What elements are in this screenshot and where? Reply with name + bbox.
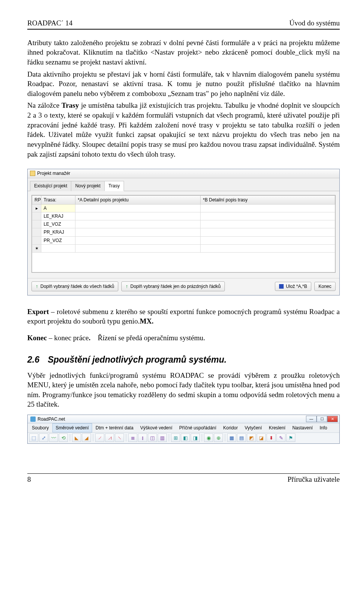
paragraph-1: Atributy takto založeného projektu se zo… bbox=[27, 38, 340, 67]
menu-pricne[interactable]: Příčné uspořádání bbox=[176, 423, 220, 432]
toolbar-separator bbox=[93, 434, 93, 442]
menu-vytyceni[interactable]: Vytyčení bbox=[241, 423, 265, 432]
toolbar-btn-17[interactable]: ◉ bbox=[204, 434, 213, 442]
col-trasa[interactable]: Trasa: bbox=[41, 195, 75, 204]
table-row[interactable]: LE_KRAJ bbox=[32, 212, 335, 220]
close-window-button[interactable]: ✕ bbox=[327, 416, 338, 422]
pm-tabstrip: Existující projekt Nový projekt Trasy bbox=[28, 178, 339, 191]
paragraph-3: Na záložce Trasy je umístěna tabulka již… bbox=[27, 101, 340, 159]
paragraph-2: Data aktivního projektu se přestaví jak … bbox=[27, 69, 340, 99]
toolbar-btn-21[interactable]: ◩ bbox=[247, 434, 256, 442]
header-rule bbox=[27, 29, 340, 30]
roadpac-menubar: Soubory Směrové vedení Dtm + terénní dat… bbox=[28, 423, 339, 433]
footer-label: Příručka uživatele bbox=[287, 475, 340, 484]
pm-button-bar: ↑ Doplň vybraný řádek do všech řádků ↑ D… bbox=[28, 278, 339, 295]
table-row[interactable]: LE_VOZ bbox=[32, 220, 335, 228]
tab-existing-project[interactable]: Existující projekt bbox=[30, 181, 71, 191]
toolbar-separator bbox=[126, 434, 126, 442]
toolbar-btn-9[interactable]: ⟍ bbox=[115, 434, 124, 442]
menu-soubory[interactable]: Soubory bbox=[28, 423, 52, 432]
maximize-button[interactable]: ☐ bbox=[317, 416, 327, 422]
table-row[interactable]: PR_VOZ bbox=[32, 236, 335, 244]
close-button[interactable]: Konec bbox=[314, 282, 336, 291]
toolbar-btn-18[interactable]: ⊕ bbox=[214, 434, 223, 442]
toolbar-btn-3[interactable]: 〰 bbox=[49, 434, 58, 442]
toolbar-btn-2[interactable]: ⤢ bbox=[39, 434, 48, 442]
toolbar-btn-20[interactable]: ▤ bbox=[237, 434, 246, 442]
roadpac-main-window: RoadPAC.net — ☐ ✕ Soubory Směrové vedení… bbox=[27, 415, 340, 444]
table-row[interactable]: ▸ A bbox=[32, 204, 335, 212]
toolbar-btn-4[interactable]: ⟲ bbox=[59, 434, 68, 442]
roadpac-toolbar: ⬚ ⤢ 〰 ⟲ ◣ ◢ ⟋ ⩘ ⟍ ≣ ⫿ ◫ ▥ ⊞ ◧ ◨ ◉ ⊕ ▦ ▤ bbox=[28, 433, 339, 443]
arrow-up-icon: ↑ bbox=[126, 283, 128, 290]
minimize-button[interactable]: — bbox=[306, 416, 317, 422]
toolbar-btn-15[interactable]: ◧ bbox=[181, 434, 190, 442]
doc-header-right: Úvod do systému bbox=[289, 18, 340, 28]
toolbar-btn-11[interactable]: ⫿ bbox=[138, 434, 147, 442]
toolbar-btn-14[interactable]: ⊞ bbox=[171, 434, 180, 442]
menu-smerove-vedeni[interactable]: Směrové vedení bbox=[52, 423, 92, 432]
toolbar-separator bbox=[225, 434, 225, 442]
toolbar-btn-13[interactable]: ▥ bbox=[158, 434, 167, 442]
tab-new-project[interactable]: Nový projekt bbox=[71, 181, 105, 191]
tab-trasy[interactable]: Trasy bbox=[104, 181, 124, 191]
paragraph-export: Export – roletové submenu z kterého se s… bbox=[27, 307, 340, 326]
toolbar-btn-8[interactable]: ⩘ bbox=[105, 434, 114, 442]
pm-app-icon bbox=[30, 171, 35, 176]
toolbar-btn-10[interactable]: ≣ bbox=[128, 434, 137, 442]
table-row-new[interactable]: ✶ bbox=[32, 244, 335, 252]
fill-empty-rows-button[interactable]: ↑ Doplň vybraný řádek jen do prázdných ř… bbox=[121, 281, 225, 291]
save-ab-button[interactable]: Ulož *A,*B bbox=[275, 282, 311, 291]
row-indicator-current: ▸ bbox=[32, 204, 41, 212]
paragraph-konec: Konec – konec práce. Řízení se předá ope… bbox=[27, 333, 340, 343]
pm-grid[interactable]: RP Trasa: *A Detailní popis projektu *B … bbox=[31, 195, 336, 273]
grid-empty-area bbox=[32, 253, 335, 272]
col-b[interactable]: *B Detailní popis trasy bbox=[201, 195, 335, 204]
page-number: 8 bbox=[27, 475, 31, 484]
toolbar-btn-24[interactable]: ✎ bbox=[276, 434, 286, 442]
paragraph-section: Výběr jednotlivých funkcí/programů systé… bbox=[27, 371, 340, 410]
toolbar-btn-1[interactable]: ⬚ bbox=[29, 434, 38, 442]
project-manager-window: Projekt manažér Existující projekt Nový … bbox=[27, 169, 340, 295]
toolbar-btn-19[interactable]: ▦ bbox=[227, 434, 236, 442]
menu-nastaveni[interactable]: Nastavení bbox=[289, 423, 316, 432]
toolbar-separator bbox=[70, 434, 70, 442]
roadpac-app-icon bbox=[30, 416, 36, 422]
toolbar-separator bbox=[202, 434, 202, 442]
menu-vyskove-vedeni[interactable]: Výškové vedení bbox=[137, 423, 176, 432]
toolbar-btn-16[interactable]: ◨ bbox=[191, 434, 200, 442]
pm-title: Projekt manažér bbox=[37, 170, 70, 176]
doc-header-left: ROADPAC´ 14 bbox=[27, 18, 72, 28]
menu-kresleni[interactable]: Kreslení bbox=[265, 423, 289, 432]
toolbar-btn-5[interactable]: ◣ bbox=[72, 434, 81, 442]
fill-all-rows-button[interactable]: ↑ Doplň vybraný řádek do všech řádků bbox=[31, 281, 118, 291]
toolbar-btn-23[interactable]: ⬍ bbox=[267, 434, 276, 442]
table-row[interactable]: PR_KRAJ bbox=[32, 228, 335, 236]
save-icon bbox=[279, 284, 284, 289]
toolbar-btn-25[interactable]: ⚑ bbox=[286, 434, 295, 442]
col-rp[interactable]: RP bbox=[32, 195, 41, 204]
toolbar-separator bbox=[169, 434, 169, 442]
toolbar-btn-22[interactable]: ◪ bbox=[257, 434, 266, 442]
toolbar-btn-6[interactable]: ◢ bbox=[82, 434, 91, 442]
section-heading: 2.6Spouštění jednotlivých programů systé… bbox=[27, 354, 340, 366]
row-indicator-new: ✶ bbox=[32, 244, 41, 252]
toolbar-btn-12[interactable]: ◫ bbox=[148, 434, 157, 442]
menu-koridor[interactable]: Koridor bbox=[220, 423, 242, 432]
roadpac-title: RoadPAC.net bbox=[38, 416, 65, 422]
toolbar-btn-7[interactable]: ⟋ bbox=[95, 434, 104, 442]
pm-titlebar: Projekt manažér bbox=[28, 169, 339, 178]
col-a[interactable]: *A Detailní popis projektu bbox=[75, 195, 201, 204]
menu-info[interactable]: Info bbox=[316, 423, 331, 432]
menu-dtm[interactable]: Dtm + terénní data bbox=[92, 423, 137, 432]
arrow-up-icon: ↑ bbox=[36, 283, 38, 290]
